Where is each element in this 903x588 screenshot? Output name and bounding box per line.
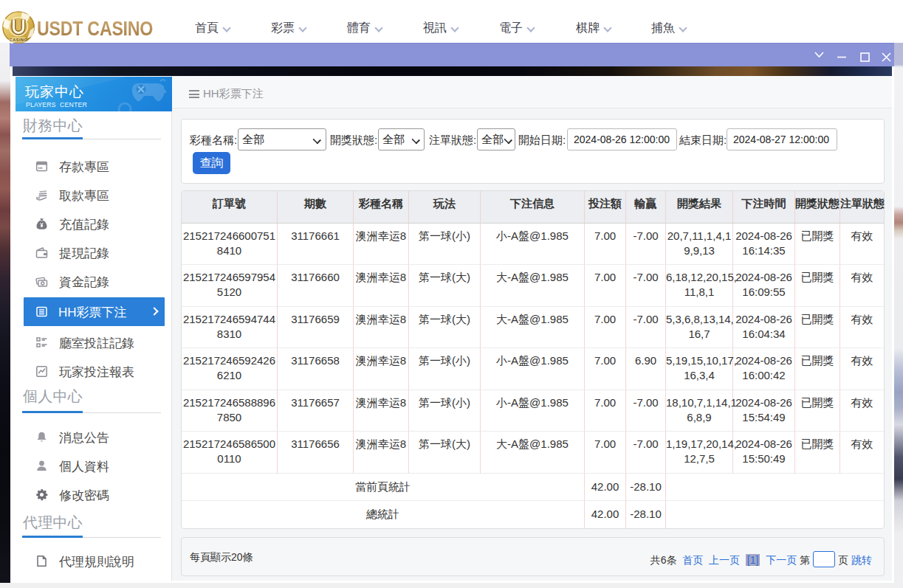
svg-text:CASINO: CASINO (10, 38, 28, 42)
